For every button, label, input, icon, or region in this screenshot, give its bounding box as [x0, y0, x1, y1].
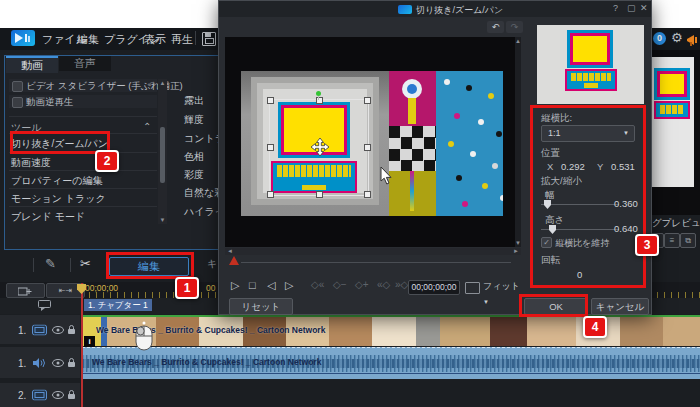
- track-number: 1.: [18, 357, 26, 368]
- video-clip[interactable]: We Bare Bears _ Burrito & Cupcakes! _ Ca…: [82, 315, 700, 346]
- scrollbar-thumb[interactable]: [160, 127, 165, 183]
- annotation-box-1: [106, 252, 194, 279]
- close-button[interactable]: ✕: [640, 3, 648, 13]
- tool-blend-mode[interactable]: ブレンド モード: [11, 210, 156, 224]
- keyframe-marker[interactable]: [229, 256, 239, 265]
- scissors-icon[interactable]: ✂: [80, 256, 91, 271]
- export-view-icon[interactable]: ⧉: [680, 233, 696, 248]
- reset-button[interactable]: リセット: [229, 298, 293, 315]
- app-logo-icon: [11, 30, 35, 46]
- remove-keyframe-button[interactable]: ◇−: [333, 279, 347, 290]
- keyframe-partial-label[interactable]: キ: [207, 257, 217, 271]
- pen-icon[interactable]: ✎: [45, 256, 56, 271]
- menu-play[interactable]: 再生: [171, 32, 193, 47]
- fit-label: フィット: [483, 281, 520, 291]
- track-header-audio1[interactable]: 1.: [0, 347, 80, 378]
- preview-mode-label: グプレビュー: [652, 217, 700, 230]
- next-keyframe-button[interactable]: »◇: [395, 279, 408, 290]
- reverse-checkbox[interactable]: [12, 97, 23, 108]
- crop-handle[interactable]: [364, 144, 371, 151]
- crop-handle[interactable]: [267, 144, 274, 151]
- stabilizer-row[interactable]: ビデオ スタビライザー (手ぶれ補正) ↶: [9, 79, 157, 92]
- notification-badge-icon[interactable]: 0: [653, 32, 666, 45]
- keyframe-track[interactable]: [241, 262, 511, 263]
- megaphone-icon[interactable]: [687, 32, 700, 50]
- info-badge[interactable]: i: [84, 336, 95, 347]
- eye-icon[interactable]: [52, 359, 64, 367]
- add-keyframe-button[interactable]: ◇+: [355, 279, 369, 290]
- scroll-left-icon[interactable]: ◄: [227, 248, 233, 254]
- crop-handle[interactable]: [267, 97, 274, 104]
- tool-speed[interactable]: 動画速度: [11, 156, 156, 170]
- panel-scrollbar[interactable]: ▲ ▼: [158, 79, 167, 224]
- add-track-button[interactable]: [6, 283, 45, 298]
- rotate-handle[interactable]: [316, 91, 321, 96]
- fullscreen-icon[interactable]: [465, 282, 480, 294]
- playhead[interactable]: [81, 283, 83, 407]
- main-preview-partial: [650, 50, 700, 215]
- adjust-exposure[interactable]: 露出: [184, 94, 204, 108]
- eye-icon[interactable]: [52, 391, 64, 399]
- crop-handle[interactable]: [267, 191, 274, 198]
- collapse-icon[interactable]: ⌃: [143, 121, 151, 132]
- move-cursor-icon: [309, 137, 331, 159]
- track-header-video1[interactable]: 1.: [0, 315, 80, 344]
- undo-button[interactable]: ↶: [487, 21, 504, 33]
- play-button[interactable]: ▷: [231, 279, 239, 292]
- reverse-label: 動画逆再生: [26, 96, 74, 109]
- chapter-marker[interactable]: 1. チャプター 1: [84, 299, 152, 311]
- next-frame-button[interactable]: ▷: [285, 279, 293, 292]
- adjust-hue[interactable]: 色相: [184, 150, 204, 164]
- annotation-badge-4: 4: [583, 316, 607, 338]
- save-icon[interactable]: [202, 32, 216, 46]
- list-view-icon[interactable]: ≡: [664, 233, 680, 248]
- prev-keyframe-button[interactable]: ◇«: [311, 279, 324, 290]
- annotation-badge-2: 2: [95, 150, 119, 172]
- track-header-video2[interactable]: 2.: [0, 383, 80, 407]
- gear-icon[interactable]: ⚙: [671, 30, 683, 45]
- fit-dropdown[interactable]: フィット ▼: [483, 279, 523, 294]
- scroll-down-icon[interactable]: ▼: [515, 240, 521, 246]
- prev-frame-button[interactable]: ◁: [267, 279, 275, 292]
- crop-handle[interactable]: [364, 97, 371, 104]
- preview-vscroll[interactable]: ▲ ▼: [515, 37, 521, 247]
- scroll-right-icon[interactable]: ►: [513, 248, 519, 254]
- eye-icon[interactable]: [52, 326, 64, 334]
- preview-hscroll[interactable]: ◄ ►: [225, 248, 521, 255]
- screenshot-root: ファイル 編集 プラグイン 表示 再生 0 ⚙ 動画 音声 ビデオ スタビライザ…: [0, 0, 700, 407]
- add-all-keyframe-button[interactable]: «◇: [377, 279, 390, 290]
- arrow-cursor-icon: [380, 167, 392, 185]
- annotation-box-3: [530, 105, 646, 288]
- cancel-button[interactable]: キャンセル: [591, 298, 649, 315]
- adjust-saturation[interactable]: 彩度: [184, 168, 204, 182]
- redo-button[interactable]: ↷: [506, 21, 523, 33]
- reverse-row[interactable]: 動画逆再生: [9, 95, 157, 108]
- comment-icon[interactable]: [38, 300, 51, 311]
- tool-motion-track[interactable]: モーション トラック: [11, 192, 156, 206]
- scroll-up-icon[interactable]: ▲: [515, 38, 521, 44]
- menu-edit[interactable]: 編集: [77, 32, 99, 47]
- checkerboard: [389, 126, 436, 171]
- crop-handle[interactable]: [316, 191, 323, 198]
- scroll-down-icon[interactable]: ▼: [158, 217, 167, 223]
- transport-timecode[interactable]: 00;00;00;00: [408, 280, 460, 295]
- tool-properties[interactable]: プロパティーの編集: [11, 174, 156, 188]
- lock-icon[interactable]: [67, 390, 76, 400]
- adjust-brightness[interactable]: 輝度: [184, 113, 204, 127]
- audio-track-icon: [33, 357, 45, 368]
- scroll-up-icon[interactable]: ▲: [158, 80, 167, 86]
- audio-clip[interactable]: We Bare Bears _ Burrito & Cupcakes! _ Ca…: [82, 347, 700, 379]
- dialog-titlebar[interactable]: 切り抜き/ズーム/パン ? ▢ ✕: [219, 1, 651, 17]
- maximize-button[interactable]: ▢: [627, 3, 636, 13]
- menu-view[interactable]: 表示: [144, 32, 166, 47]
- dialog-preview[interactable]: [225, 37, 515, 247]
- tab-audio[interactable]: 音声: [59, 56, 111, 71]
- lock-icon[interactable]: [67, 325, 76, 335]
- reset-small-icon[interactable]: ↶: [147, 80, 155, 90]
- lock-icon[interactable]: [67, 358, 76, 368]
- help-button[interactable]: ?: [613, 3, 618, 13]
- stabilizer-checkbox[interactable]: [12, 81, 23, 92]
- crop-handle[interactable]: [364, 191, 371, 198]
- tab-video[interactable]: 動画: [6, 56, 58, 73]
- stop-button[interactable]: □: [249, 279, 256, 291]
